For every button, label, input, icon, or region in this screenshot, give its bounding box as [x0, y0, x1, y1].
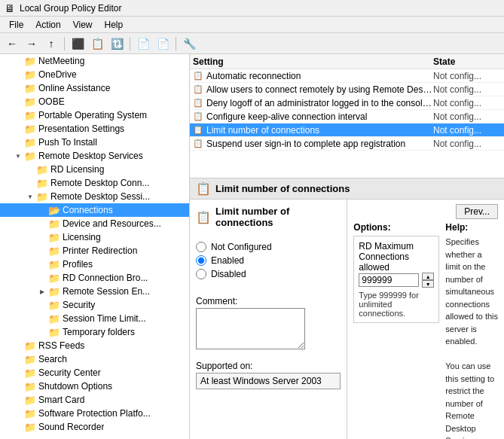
forward-button[interactable]: →: [23, 35, 41, 52]
setting-icon-suspend-signin: 📋: [193, 139, 203, 148]
setting-icon-limit-connections: 📋: [193, 125, 203, 135]
tree-item-security[interactable]: 📁Security: [0, 298, 189, 312]
up-button[interactable]: ↑: [42, 35, 60, 52]
menu-action[interactable]: Action: [29, 18, 66, 32]
radio-enabled[interactable]: Enabled: [196, 255, 341, 266]
expander-remote-desktop[interactable]: ▼: [12, 150, 24, 162]
options-box: RD Maximum Connections allowed ▲ ▼ Ty: [353, 236, 439, 323]
expander-device-resources: [36, 218, 48, 230]
expander-software-protection: [12, 407, 24, 419]
tree-item-presentation[interactable]: 📁Presentation Settings: [0, 122, 189, 136]
tree-label-security-center: Security Center: [38, 367, 101, 378]
tree-label-printer-redirect: Printer Redirection: [63, 245, 137, 256]
spin-up-button[interactable]: ▲: [422, 273, 434, 280]
tree-item-profiles[interactable]: 📁Profiles: [0, 258, 189, 271]
radio-disabled[interactable]: Disabled: [196, 269, 341, 279]
radio-not-configured[interactable]: Not Configured: [196, 242, 341, 252]
tree-item-remote-desktop[interactable]: ▼📁Remote Desktop Services: [0, 149, 189, 163]
settings-list: 📋Automatic reconnectionNot config...📋All…: [190, 69, 504, 178]
expander-push-to-install: [12, 136, 24, 148]
setting-row-keepalive[interactable]: 📋Configure keep-alive connection interva…: [190, 110, 504, 123]
radio-enabled-label: Enabled: [211, 255, 244, 266]
prev-button[interactable]: Prev...: [456, 204, 498, 219]
tree-item-push-to-install[interactable]: 📁Push To Install: [0, 136, 189, 149]
tree-item-remote-session-en[interactable]: ▶📁Remote Session En...: [0, 285, 189, 298]
folder-icon-portable-os: 📁: [24, 110, 36, 121]
folder-icon-session-time: 📁: [48, 313, 60, 325]
expander-rss-feeds: [12, 340, 24, 352]
rd-max-input[interactable]: [359, 273, 419, 287]
tree-item-software-protection[interactable]: 📁Software Protection Platfo...: [0, 407, 189, 420]
tree-label-remote-desktop: Remote Desktop Services: [38, 151, 143, 161]
folder-icon-rss-feeds: 📁: [24, 340, 36, 352]
folder-icon-security: 📁: [48, 300, 60, 311]
spinner-buttons: ▲ ▼: [422, 273, 434, 288]
setting-row-auto-reconnect[interactable]: 📋Automatic reconnectionNot config...: [190, 69, 504, 83]
tree-item-smart-card[interactable]: 📁Smart Card: [0, 393, 189, 407]
tree-item-oobe[interactable]: 📁OOBE: [0, 95, 189, 108]
radio-group: Not Configured Enabled Disabled: [196, 242, 341, 279]
tree-item-rd-licensing[interactable]: 📁RD Licensing: [0, 163, 189, 176]
tree-item-printer-redirect[interactable]: 📁Printer Redirection: [0, 244, 189, 258]
tree-item-search[interactable]: 📁Search: [0, 352, 189, 366]
comment-textarea[interactable]: [196, 308, 305, 349]
setting-state-deny-logoff: Not config...: [433, 98, 501, 108]
toolbar-separator-2: [130, 37, 130, 50]
export-button[interactable]: 📄: [134, 35, 152, 52]
rd-max-label: RD Maximum Connections allowed: [359, 241, 434, 273]
menu-view[interactable]: View: [67, 18, 99, 32]
tree-item-rd-conn-broker[interactable]: 📁RD Connection Bro...: [0, 271, 189, 285]
tree-item-licensing[interactable]: 📁Licensing: [0, 230, 189, 244]
refresh-button[interactable]: 🔃: [108, 35, 126, 52]
setting-row-allow-remote[interactable]: 📋Allow users to connect remotely by usin…: [190, 83, 504, 96]
main-layout: 📁NetMeeting📁OneDrive📁Online Assistance📁O…: [0, 54, 504, 439]
folder-icon-licensing: 📁: [48, 232, 60, 243]
spin-down-button[interactable]: ▼: [422, 280, 434, 288]
tree-label-licensing: Licensing: [63, 232, 101, 242]
folder-icon-oobe: 📁: [24, 96, 36, 108]
tree-item-online-assistance[interactable]: 📁Online Assistance: [0, 81, 189, 95]
tree-item-rd-session[interactable]: ▼📁Remote Desktop Sessi...: [0, 190, 189, 203]
tree-item-connections[interactable]: 📂Connections: [0, 203, 189, 217]
tree-item-device-resources[interactable]: 📁Device and Resources...: [0, 217, 189, 230]
folder-icon-printer-redirect: 📁: [48, 245, 60, 257]
tree-item-rss-feeds[interactable]: 📁RSS Feeds: [0, 339, 189, 352]
setting-icon-deny-logoff: 📋: [193, 98, 203, 108]
view-button[interactable]: 📄: [154, 35, 172, 52]
tree-item-netmeeting[interactable]: 📁NetMeeting: [0, 54, 189, 68]
setting-row-deny-logoff[interactable]: 📋Deny logoff of an administrator logged …: [190, 96, 504, 110]
options-field-row: ▲ ▼: [359, 273, 434, 288]
setting-state-suspend-signin: Not config...: [433, 139, 501, 149]
setting-name-suspend-signin: Suspend user sign-in to complete app reg…: [206, 139, 433, 149]
app-icon: 🖥: [5, 2, 15, 14]
tree-item-shutdown[interactable]: 📁Shutdown Options: [0, 380, 189, 393]
menu-file[interactable]: File: [3, 18, 29, 32]
tree-item-sound-recorder[interactable]: 📁Sound Recorder: [0, 420, 189, 434]
tree-label-rd-licensing: RD Licensing: [50, 164, 104, 175]
tree-item-security-center[interactable]: 📁Security Center: [0, 366, 189, 380]
setting-name-allow-remote: Allow users to connect remotely by using…: [206, 84, 433, 95]
expander-netmeeting: [12, 55, 24, 67]
back-button[interactable]: ←: [3, 35, 21, 52]
tree-panel: 📁NetMeeting📁OneDrive📁Online Assistance📁O…: [0, 54, 190, 439]
tree-label-remote-session-en: Remote Session En...: [63, 286, 150, 297]
expander-rd-session[interactable]: ▼: [24, 191, 36, 203]
filter-button[interactable]: 🔧: [180, 35, 198, 52]
setting-row-limit-connections[interactable]: 📋Limit number of connectionsNot config..…: [190, 123, 504, 137]
setting-row-suspend-signin[interactable]: 📋Suspend user sign-in to complete app re…: [190, 137, 504, 151]
tree-item-portable-os[interactable]: 📁Portable Operating System: [0, 108, 189, 122]
expander-rd-conn-broker: [36, 272, 48, 284]
tree-item-session-time[interactable]: 📁Session Time Limit...: [0, 312, 189, 325]
tree-label-profiles: Profiles: [63, 259, 93, 270]
expander-remote-session-en[interactable]: ▶: [36, 285, 48, 297]
menu-help[interactable]: Help: [99, 18, 130, 32]
properties-button[interactable]: 📋: [88, 35, 106, 52]
show-hide-button[interactable]: ⬛: [69, 35, 87, 52]
tree-item-temp-folders[interactable]: 📁Temporary folders: [0, 325, 189, 339]
tree-item-rd-conn[interactable]: 📁Remote Desktop Conn...: [0, 176, 189, 190]
tree-label-shutdown: Shutdown Options: [38, 381, 112, 392]
setting-state-auto-reconnect: Not config...: [433, 71, 501, 81]
tree-item-onedrive[interactable]: 📁OneDrive: [0, 68, 189, 81]
expander-onedrive: [12, 69, 24, 81]
folder-icon-rd-licensing: 📁: [36, 164, 48, 175]
